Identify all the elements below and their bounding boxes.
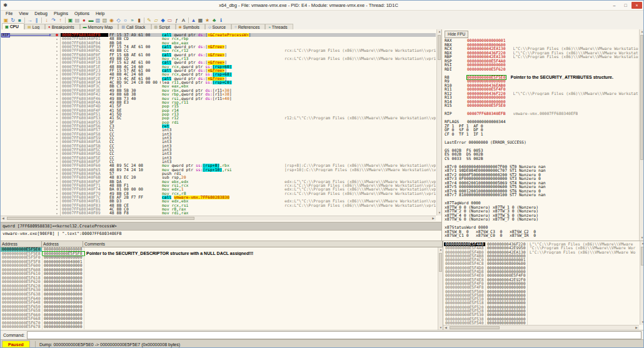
menu-file[interactable]: File [3, 11, 16, 16]
tab-cpu[interactable]: ▣CPU [2, 23, 24, 29]
tab-breakpoints[interactable]: ●Breakpoints [45, 24, 80, 29]
tab-memory-map[interactable]: ▬Memory Map [80, 24, 119, 29]
row-dot [56, 82, 58, 83]
cpu-chip-icon[interactable]: ▦ [197, 17, 204, 24]
scroll-thumb[interactable] [7, 217, 194, 220]
menu-plugins[interactable]: Plugins [51, 11, 71, 16]
erase-icon[interactable]: ▭ [166, 17, 173, 24]
tab-references[interactable]: ○References [231, 24, 265, 29]
open-file-icon[interactable]: ▣ [3, 17, 9, 24]
scroll-down-arrow[interactable]: ▼ [640, 236, 644, 241]
row-dot [56, 94, 58, 95]
breakpoint-icon[interactable]: ● [81, 17, 88, 24]
menu-help[interactable]: Help [93, 11, 108, 16]
threads-icon[interactable]: » [129, 17, 136, 24]
scroll-left-arrow[interactable]: ◀ [1, 216, 6, 221]
tab-call-stack[interactable]: ▥Call Stack [118, 24, 151, 29]
pause-icon[interactable]: ∥ [33, 17, 40, 24]
font-icon[interactable]: A [180, 17, 187, 24]
scroll-thumb[interactable] [640, 35, 643, 160]
scroll-down-arrow[interactable]: ▼ [640, 320, 644, 325]
favourites-icon[interactable]: ★ [204, 17, 211, 24]
tab-threads-label: Threads [272, 25, 288, 29]
scroll-up-arrow[interactable]: ▲ [640, 29, 644, 34]
window-controls: –□× [609, 2, 642, 9]
minimize-button[interactable]: – [609, 2, 620, 9]
tab-symbols[interactable]: ◉Symbols [176, 24, 205, 29]
close-button[interactable]: × [631, 2, 642, 9]
tab-script-label: Script [159, 25, 169, 29]
step-over-icon[interactable]: ↷ [50, 17, 57, 24]
tab-references-label: References [238, 25, 260, 29]
notes-icon[interactable]: ▱ [153, 17, 159, 24]
register-line[interactable]: x87SW_C1 0 x87SW_C0 0 x87SW_IR 0 [445, 234, 638, 238]
disassembly-hscrollbar[interactable]: ◀▶ [1, 216, 436, 221]
command-input[interactable] [27, 331, 641, 339]
script-icon[interactable]: ▧ [101, 17, 108, 24]
stop-icon[interactable]: ■ [16, 17, 23, 24]
symbols-icon[interactable]: ◉ [108, 17, 115, 24]
dump-vscrollbar[interactable]: ▲▼ [438, 247, 443, 331]
row-dot [56, 58, 58, 59]
tab-log[interactable]: ▤Log [24, 24, 45, 29]
breakpoint-gutter[interactable] [53, 211, 61, 215]
scroll-thumb[interactable] [450, 326, 500, 329]
stack-vscrollbar[interactable]: ▲▼ [640, 241, 644, 325]
handles-icon[interactable]: ▮ [136, 17, 143, 24]
registers-vscrollbar[interactable]: ▲▼ [639, 29, 644, 241]
row-dot [56, 90, 58, 91]
register-name: RDI [445, 67, 467, 72]
scroll-thumb[interactable] [438, 35, 441, 60]
tab-source[interactable]: ◇Source [205, 24, 231, 29]
command-label: Command: [1, 333, 27, 337]
tab-symbols-label: Symbols [183, 25, 199, 29]
maximize-button[interactable]: □ [620, 2, 631, 9]
row-dot [56, 213, 58, 214]
step-out-icon[interactable]: ↑ [57, 17, 64, 24]
call-stack-icon[interactable]: ▥ [94, 17, 101, 24]
info-icon[interactable]: ℹ [218, 17, 224, 24]
menu-options[interactable]: Options [71, 11, 93, 16]
source-icon[interactable]: ◇ [115, 17, 122, 24]
command-bar: Command: [1, 330, 643, 340]
trace-icon[interactable]: ▣ [67, 17, 74, 24]
row-dot [56, 209, 58, 210]
menu-debug[interactable]: Debug [31, 11, 51, 16]
row-dot [56, 146, 58, 147]
scroll-up-arrow[interactable]: ▲ [640, 241, 644, 246]
dump-header-comments-2[interactable]: Comments [83, 241, 443, 247]
memory-map-icon[interactable]: ▬ [88, 17, 94, 24]
restart-icon[interactable]: ↻ [9, 17, 16, 24]
row-dot [56, 78, 58, 79]
tab-script[interactable]: ▧Script [151, 24, 176, 29]
stack-hscrollbar[interactable]: ◀▶ [443, 325, 639, 330]
fx-icon[interactable]: ƒ [173, 17, 180, 24]
run-icon[interactable]: → [26, 17, 33, 24]
scroll-thumb[interactable] [641, 247, 644, 266]
donate-icon[interactable]: ♣ [211, 17, 218, 24]
patches-icon[interactable]: ▤ [74, 17, 81, 24]
register-text: LastError 00000000 (ERROR_SUCCESS) [445, 141, 526, 145]
references-icon[interactable]: ○ [122, 17, 129, 24]
tab-threads[interactable]: »Threads [265, 24, 293, 29]
register-name: RIP [445, 112, 467, 116]
dump-header-address-1[interactable]: Address [42, 241, 83, 247]
step-into-icon[interactable]: ↓ [43, 17, 50, 24]
disassembly-vscrollbar[interactable]: ▲▼ [436, 29, 441, 216]
highlight-icon[interactable]: ◆ [159, 17, 166, 24]
disasm-row[interactable]: 00007FF680340F8948 8B F8mov rdi,rax [1, 211, 436, 215]
dump-header-address-0[interactable]: Address [1, 241, 42, 247]
scroll-right-arrow[interactable]: ▶ [431, 216, 436, 221]
row-dot [56, 149, 58, 151]
dump-row[interactable]: 0000000000E5F6780000000000000000 [1, 325, 437, 329]
scroll-thumb[interactable] [439, 253, 442, 272]
dump-comment [84, 325, 437, 329]
title-bar: ✱ x64_dbg - File: vmware-vmx.exe - PID: … [1, 1, 643, 11]
menu-view[interactable]: View [16, 11, 31, 16]
edit-icon[interactable]: ✎ [146, 17, 153, 24]
dump-rows: 0000000000E5F5E0000000000000000800000000… [1, 247, 437, 329]
scroll-down-arrow[interactable]: ▼ [437, 211, 442, 216]
scroll-up-arrow[interactable]: ▲ [437, 29, 442, 34]
scylla-icon[interactable]: ▲ [190, 17, 197, 24]
hide-fpu-button[interactable]: Hide FPU [445, 31, 468, 38]
